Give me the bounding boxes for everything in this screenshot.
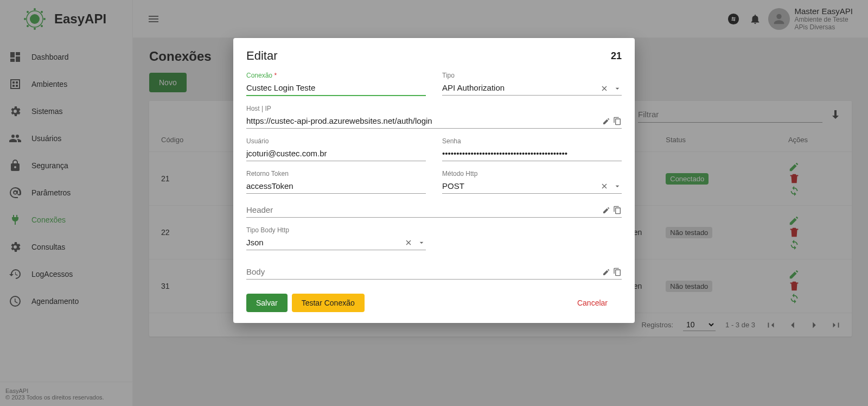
label-retorno: Retorno Token [246,170,426,177]
cancel-button[interactable]: Cancelar [567,294,617,312]
label-tipobody: Tipo Body Http [246,226,426,234]
test-connection-button[interactable]: Testar Conexão [292,294,365,312]
label-usuario: Usuário [246,137,426,145]
chevron-down-icon[interactable] [613,182,622,191]
field-conexao: Conexão [246,72,426,96]
field-metodo: Método Http [442,170,622,194]
copy-icon[interactable] [613,206,622,214]
field-usuario: Usuário [246,137,426,161]
copy-icon[interactable] [613,268,622,276]
chevron-down-icon[interactable] [417,238,426,247]
dialog-id: 21 [611,50,622,62]
dialog-title: Editar [246,49,611,63]
edit-dialog: Editar 21 Conexão Tipo Host | IP [233,38,635,323]
field-retorno: Retorno Token [246,170,426,194]
select-tipobody[interactable] [246,235,426,250]
field-tipobody: Tipo Body Http [246,226,426,250]
input-body[interactable] [246,264,622,280]
clear-icon[interactable] [404,238,413,247]
label-metodo: Método Http [442,170,622,177]
chevron-down-icon[interactable] [613,84,622,93]
edit-icon[interactable] [602,206,611,214]
input-retorno[interactable] [246,179,426,194]
label-host: Host | IP [246,105,622,112]
clear-icon[interactable] [600,84,609,93]
edit-icon[interactable] [602,117,611,125]
field-senha: Senha [442,137,622,161]
field-host: Host | IP [246,105,622,129]
edit-icon[interactable] [602,268,611,276]
field-body [246,264,622,280]
save-button[interactable]: Salvar [246,294,288,312]
label-conexao: Conexão [246,72,426,79]
select-metodo[interactable] [442,179,622,194]
label-tipo: Tipo [442,72,622,79]
field-header [246,202,622,218]
input-usuario[interactable] [246,146,426,161]
input-senha[interactable] [442,146,622,161]
select-tipo[interactable] [442,80,622,96]
clear-icon[interactable] [600,182,609,191]
input-header[interactable] [246,202,622,218]
input-host[interactable] [246,113,622,129]
modal-overlay: Editar 21 Conexão Tipo Host | IP [0,0,868,406]
copy-icon[interactable] [613,117,622,125]
label-senha: Senha [442,137,622,145]
input-conexao[interactable] [246,80,426,96]
field-tipo: Tipo [442,72,622,96]
